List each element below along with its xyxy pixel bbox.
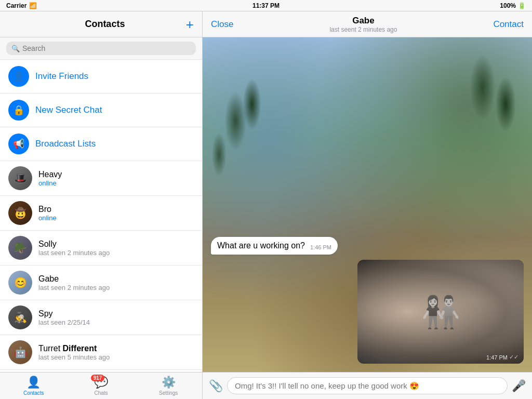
contact-item-gabe[interactable]: 😊 Gabe last seen 2 minutes ago xyxy=(0,265,202,300)
avatar-gabe: 😊 xyxy=(8,271,32,295)
tab-bar: 👤 Contacts 💬 Chats 917 ⚙️ Settings xyxy=(0,372,202,399)
bubble-1: What are u working on? 1:46 PM xyxy=(211,237,338,255)
photo-time: 1:47 PM ✓✓ xyxy=(486,354,518,361)
chat-contact-status: last seent 2 minutes ago xyxy=(329,26,397,33)
status-bar-right: 100% 🔋 xyxy=(500,2,526,9)
main-layout: Contacts + 🔍 👤 Invite Friends 🔒 xyxy=(0,11,532,399)
avatar-solly: 🪖 xyxy=(8,236,32,260)
contact-name-turret: Turret Different xyxy=(38,344,110,353)
tab-chats[interactable]: 💬 Chats 917 xyxy=(68,373,135,399)
new-secret-chat-item[interactable]: 🔒 New Secret Chat xyxy=(0,94,202,127)
settings-tab-label: Settings xyxy=(159,390,178,396)
message-input[interactable] xyxy=(227,377,508,394)
contact-item-solly[interactable]: 🪖 Solly last seen 2 minutes ago xyxy=(0,231,202,265)
contact-status-turret: last seen 5 minutes ago xyxy=(38,353,110,361)
search-input-wrap: 🔍 xyxy=(6,42,196,55)
contact-name-solly: Solly xyxy=(38,240,110,249)
search-bar: 🔍 xyxy=(0,37,202,60)
wifi-icon: 📶 xyxy=(29,2,37,9)
new-secret-chat-icon: 🔒 xyxy=(8,100,29,121)
photo-message: 1:47 PM ✓✓ xyxy=(357,260,524,364)
battery-icon: 🔋 xyxy=(518,2,526,9)
photo-inner xyxy=(357,260,524,364)
contact-status-gabe: last seen 2 minutes ago xyxy=(38,284,110,291)
status-bar: Carrier 📶 11:37 PM 100% 🔋 xyxy=(0,0,532,11)
message-sent-photo: 1:47 PM ✓✓ xyxy=(211,260,524,364)
checkmarks-icon: ✓✓ xyxy=(509,354,518,361)
contacts-tab-label: Contacts xyxy=(23,390,44,396)
contact-button[interactable]: Contact xyxy=(493,19,524,30)
contacts-tab-icon: 👤 xyxy=(26,376,41,389)
photo-timestamp: 1:47 PM xyxy=(486,354,508,361)
microphone-icon[interactable]: 🎤 xyxy=(512,379,526,393)
contact-item-turret[interactable]: 🤖 Turret Different last seen 5 minutes a… xyxy=(0,335,202,370)
right-panel: Close Gabe last seent 2 minutes ago Cont… xyxy=(203,11,532,399)
chats-badge: 917 xyxy=(91,375,105,381)
settings-tab-icon: ⚙️ xyxy=(162,376,176,389)
avatar-turret: 🤖 xyxy=(8,340,32,364)
carrier-label: Carrier xyxy=(6,2,26,9)
contact-name-bro: Bro xyxy=(38,205,57,214)
broadcast-lists-item[interactable]: 📢 Broadcast Lists xyxy=(0,127,202,161)
new-secret-chat-label: New Secret Chat xyxy=(35,105,102,115)
battery-label: 100% xyxy=(500,2,516,9)
bubble-text-1: What are u working on? xyxy=(217,241,305,250)
status-bar-left: Carrier 📶 xyxy=(6,2,37,9)
contact-name-heavy: Heavy xyxy=(38,170,62,179)
status-bar-time: 11:37 PM xyxy=(252,2,280,9)
search-input[interactable] xyxy=(22,44,191,52)
broadcast-lists-icon: 📢 xyxy=(8,134,29,154)
tab-contacts[interactable]: 👤 Contacts xyxy=(0,373,68,399)
chat-header: Close Gabe last seent 2 minutes ago Cont… xyxy=(203,11,532,37)
avatar-heavy: 🎩 xyxy=(8,166,32,190)
contact-name-spy: Spy xyxy=(38,309,90,318)
contacts-header: Contacts + xyxy=(0,11,202,37)
tab-settings[interactable]: ⚙️ Settings xyxy=(135,373,202,399)
contact-item-spy[interactable]: 🕵️ Spy last seen 2/25/14 xyxy=(0,300,202,335)
invite-friends-item[interactable]: 👤 Invite Friends xyxy=(0,60,202,94)
avatar-spy: 🕵️ xyxy=(8,305,32,329)
contact-status-solly: last seen 2 minutes ago xyxy=(38,249,110,257)
chat-background: What are u working on? 1:46 PM 1:47 PM ✓… xyxy=(203,37,532,372)
contact-name-gabe: Gabe xyxy=(38,274,110,284)
chat-contact-name: Gabe xyxy=(329,16,397,26)
attach-icon[interactable]: 📎 xyxy=(209,379,223,393)
chat-messages: What are u working on? 1:46 PM 1:47 PM ✓… xyxy=(203,229,532,372)
left-panel: Contacts + 🔍 👤 Invite Friends 🔒 xyxy=(0,11,203,399)
invite-friends-label: Invite Friends xyxy=(35,71,88,82)
chat-input-bar: 📎 🎤 xyxy=(203,372,532,399)
contact-item-heavy[interactable]: 🎩 Heavy online xyxy=(0,161,202,196)
contact-status-spy: last seen 2/25/14 xyxy=(38,318,90,326)
avatar-bro: 🤠 xyxy=(8,201,32,225)
bubble-time-1: 1:46 PM xyxy=(310,244,331,250)
search-icon: 🔍 xyxy=(11,45,20,52)
message-received-1: What are u working on? 1:46 PM xyxy=(211,237,524,255)
invite-friends-icon: 👤 xyxy=(8,66,29,87)
close-button[interactable]: Close xyxy=(211,19,233,30)
add-contact-button[interactable]: + xyxy=(186,18,194,31)
contacts-list: 👤 Invite Friends 🔒 New Secret Chat 📢 Bro… xyxy=(0,60,202,372)
broadcast-lists-label: Broadcast Lists xyxy=(35,139,96,149)
contact-status-bro: online xyxy=(38,214,57,222)
contacts-title: Contacts xyxy=(24,19,186,30)
contact-status-heavy: online xyxy=(38,179,62,187)
contact-item-bro[interactable]: 🤠 Bro online xyxy=(0,196,202,231)
chats-tab-label: Chats xyxy=(94,390,108,396)
